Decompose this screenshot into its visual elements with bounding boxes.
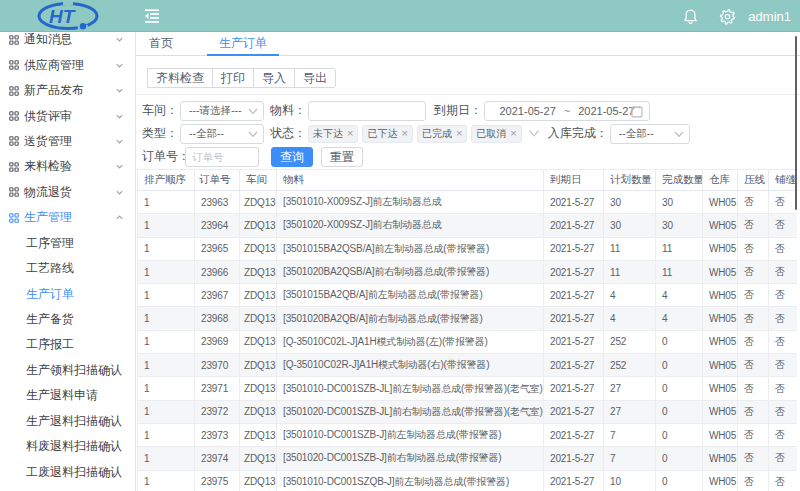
grid-icon — [9, 136, 19, 146]
sidebar-menu-item[interactable]: 生产退料申请 — [0, 383, 135, 408]
chevron-down-icon — [674, 131, 684, 138]
cell-layline: 否 — [769, 447, 798, 470]
status-multiselect[interactable]: 未下达 × 已下达 × 已完成 × — [308, 125, 526, 143]
sidebar-menu-item[interactable]: 新产品发布 — [0, 78, 135, 103]
table-row[interactable]: 1 23974 ZDQ13 [3501020-DC001SZB-J]前右制动器总… — [138, 447, 798, 470]
table-row[interactable]: 1 23965 ZDQ13 [3501015BA2QSB/A]前左制动器总成(带… — [138, 237, 798, 260]
sidebar-item-label: 供应商管理 — [24, 57, 84, 74]
type-select[interactable]: --全部-- — [180, 124, 264, 144]
sidebar-menu-item[interactable]: 通知消息 — [0, 32, 135, 52]
grid-icon — [9, 213, 19, 223]
table-row[interactable]: 1 23972 ZDQ13 [3501020-DC001SZB-JL]前右制动器… — [138, 400, 798, 423]
tab[interactable]: 生产订单 — [207, 32, 279, 55]
sidebar-menu-item[interactable]: 供货评审 — [0, 103, 135, 128]
cell-finished-qty: 0 — [656, 447, 703, 470]
chevron-down-icon — [116, 113, 123, 120]
query-button[interactable]: 查询 — [271, 147, 313, 167]
chevron-down-icon[interactable] — [528, 129, 540, 138]
toolbar-button[interactable]: 齐料检查 — [147, 68, 213, 88]
sidebar-menu-item[interactable]: 工艺路线 — [0, 256, 135, 281]
order-no-input[interactable] — [185, 147, 259, 167]
stockin-label: 入库完成： — [548, 125, 608, 142]
table-row[interactable]: 1 23964 ZDQ13 [3501020-X009SZ-J]前右制动器总成 … — [138, 214, 798, 237]
grid-icon — [9, 35, 19, 45]
sidebar-menu-item[interactable]: 物流退货 — [0, 180, 135, 205]
cell-material: [3501020BA2QB/A]前右制动器总成(带报警器) — [277, 307, 544, 330]
cell-due-date: 2021-5-27 — [544, 447, 604, 470]
cell-material: [3501020-X009SZ-J]前右制动器总成 — [277, 214, 544, 237]
table-row[interactable]: 1 23963 ZDQ13 [3501010-X009SZ-J]前左制动器总成 … — [138, 191, 798, 214]
cell-material: [3501015BA2QB/A]前左制动器总成(带报警器) — [277, 284, 544, 307]
cell-pressline: 否 — [738, 260, 769, 283]
vertical-scrollbar-thumb[interactable] — [795, 36, 797, 210]
toolbar-button[interactable]: 导入 — [253, 68, 295, 88]
top-bar: HT admin1 — [0, 0, 800, 32]
tag-close-icon[interactable]: × — [510, 128, 516, 139]
cell-seq: 1 — [138, 377, 195, 400]
tab[interactable]: 首页 — [136, 32, 186, 55]
sidebar-menu: 通知消息 供应商管理 — [0, 32, 135, 485]
workshop-select[interactable]: ---请选择--- — [180, 101, 264, 121]
notifications-bell-icon[interactable] — [682, 8, 699, 25]
toolbar-button[interactable]: 打印 — [212, 68, 254, 88]
sidebar-menu-item[interactable]: 生产订单 — [0, 281, 135, 306]
cell-warehouse: WH05 — [703, 237, 738, 260]
stockin-select[interactable]: --全部-- — [610, 124, 690, 144]
cell-workshop: ZDQ13 — [240, 260, 277, 283]
cell-finished-qty: 0 — [656, 377, 703, 400]
sidebar-menu-item[interactable]: 工序管理 — [0, 231, 135, 256]
table-row[interactable]: 1 23970 ZDQ13 [Q-35010C02R-J]A1H模式制动器(右)… — [138, 354, 798, 377]
type-select-value: --全部-- — [189, 127, 224, 141]
cell-planned-qty: 252 — [604, 330, 656, 353]
table-row[interactable]: 1 23975 ZDQ13 [3501010-DC001SZQB-J]前左制动器… — [138, 470, 798, 491]
table-row[interactable]: 1 23968 ZDQ13 [3501020BA2QB/A]前右制动器总成(带报… — [138, 307, 798, 330]
cell-finished-qty: 0 — [656, 470, 703, 491]
tag-close-icon[interactable]: × — [456, 128, 462, 139]
cell-planned-qty: 30 — [604, 191, 656, 214]
due-date-to: 2021-05-27 — [578, 105, 634, 117]
cell-warehouse: WH05 — [703, 377, 738, 400]
tag-close-icon[interactable]: × — [347, 128, 353, 139]
sidebar-menu-item[interactable]: 来料检验 — [0, 154, 135, 179]
table-row[interactable]: 1 23966 ZDQ13 [3501020BA2QSB/A]前右制动器总成(带… — [138, 260, 798, 283]
sidebar-item-label: 生产退料申请 — [26, 387, 98, 404]
table-row[interactable]: 1 23967 ZDQ13 [3501015BA2QB/A]前左制动器总成(带报… — [138, 284, 798, 307]
cell-order-no: 23965 — [195, 237, 240, 260]
logo-text: HT — [49, 6, 76, 27]
cell-finished-qty: 11 — [656, 237, 703, 260]
stockin-select-value: --全部-- — [619, 127, 654, 141]
sidebar-collapse-icon[interactable] — [144, 9, 160, 23]
cell-warehouse: WH05 — [703, 400, 738, 423]
sidebar-item-label: 生产备货 — [26, 311, 74, 328]
sidebar-menu-item[interactable]: 送货管理 — [0, 129, 135, 154]
sidebar-menu-item[interactable]: 供应商管理 — [0, 52, 135, 77]
sidebar-menu-item[interactable]: 生产备货 — [0, 307, 135, 332]
cell-seq: 1 — [138, 354, 195, 377]
cell-seq: 1 — [138, 400, 195, 423]
reset-button[interactable]: 重置 — [321, 147, 363, 167]
sidebar-menu-item[interactable]: 生产领料扫描确认 — [0, 358, 135, 383]
sidebar-menu-item[interactable]: 料废退料扫描确认 — [0, 434, 135, 459]
settings-gear-icon[interactable] — [719, 8, 736, 25]
table-row[interactable]: 1 23969 ZDQ13 [Q-35010C02L-J]A1H模式制动器(左)… — [138, 330, 798, 353]
status-tag: 已下达 × — [362, 125, 412, 143]
table-row[interactable]: 1 23971 ZDQ13 [3501010-DC001SZB-JL]前左制动器… — [138, 377, 798, 400]
status-tag-label: 已下达 — [367, 126, 397, 142]
current-user[interactable]: admin1 — [748, 9, 791, 24]
sidebar-menu-item[interactable]: 工废退料扫描确认 — [0, 459, 135, 484]
table-row[interactable]: 1 23973 ZDQ13 [3501010-DC001SZB-J]前左制动器总… — [138, 423, 798, 446]
cell-seq: 1 — [138, 423, 195, 446]
tag-close-icon[interactable]: × — [401, 128, 407, 139]
cell-layline: 否 — [769, 354, 798, 377]
sidebar-menu-item[interactable]: 生产退料扫描确认 — [0, 409, 135, 434]
cell-seq: 1 — [138, 214, 195, 237]
cell-warehouse: WH05 — [703, 260, 738, 283]
chevron-down-icon — [116, 189, 123, 196]
sidebar-menu-item[interactable]: 生产管理 — [0, 205, 135, 230]
toolbar: 齐料检查 打印 导入 导出 — [136, 56, 800, 95]
tab-label: 首页 — [149, 35, 173, 52]
sidebar-menu-item[interactable]: 工序报工 — [0, 332, 135, 357]
material-input[interactable] — [308, 101, 426, 121]
due-date-range-picker[interactable]: 2021-05-27 ~ 2021-05-27 — [484, 101, 650, 121]
toolbar-button[interactable]: 导出 — [294, 68, 336, 88]
